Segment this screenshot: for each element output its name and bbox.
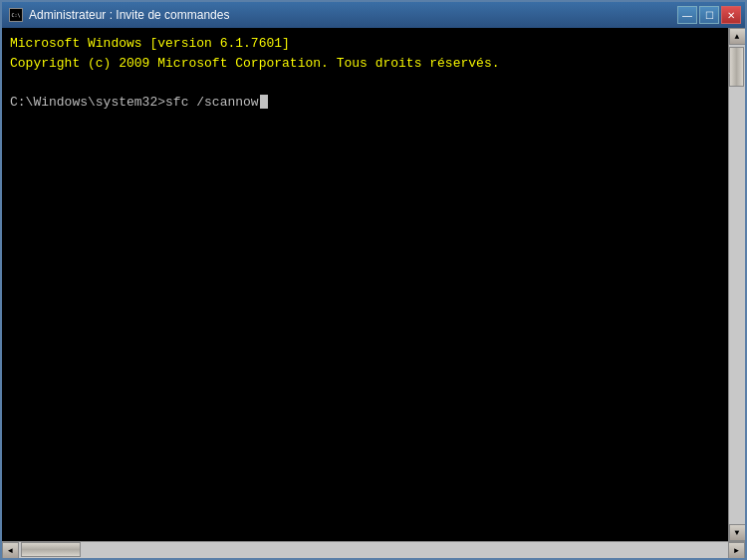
terminal-cursor [260,95,268,109]
window-frame: Administrateur : Invite de commandes — ☐… [0,0,747,560]
restore-button[interactable]: ☐ [699,6,719,24]
terminal-line-2: Copyright (c) 2009 Microsoft Corporation… [10,54,720,74]
terminal-prompt-line: C:\Windows\system32>sfc /scannow [10,93,720,113]
title-bar: Administrateur : Invite de commandes — ☐… [2,2,745,28]
terminal-container: Microsoft Windows [version 6.1.7601] Cop… [2,28,745,558]
close-button[interactable]: ✕ [721,6,741,24]
h-scrollbar-track[interactable] [19,542,728,558]
cmd-icon [9,8,23,22]
terminal-content[interactable]: Microsoft Windows [version 6.1.7601] Cop… [2,28,728,541]
terminal-line-1: Microsoft Windows [version 6.1.7601] [10,34,720,54]
scrollbar-thumb[interactable] [729,47,744,87]
terminal-line-blank [10,73,720,93]
title-bar-left: Administrateur : Invite de commandes [8,7,229,23]
minimize-button[interactable]: — [677,6,697,24]
horizontal-scrollbar[interactable]: ◄ ► [2,541,745,558]
vertical-scrollbar[interactable]: ▲ ▼ [728,28,745,541]
scrollbar-down-button[interactable]: ▼ [729,524,746,541]
scrollbar-up-button[interactable]: ▲ [729,28,746,45]
h-scrollbar-thumb[interactable] [21,542,81,557]
terminal-command: sfc /scannow [165,93,259,113]
scrollbar-right-button[interactable]: ► [728,542,745,559]
window-title: Administrateur : Invite de commandes [29,8,229,22]
terminal-inner: Microsoft Windows [version 6.1.7601] Cop… [2,28,745,541]
title-bar-controls: — ☐ ✕ [677,6,741,24]
scrollbar-left-button[interactable]: ◄ [2,542,19,559]
window-icon [8,7,24,23]
terminal-prompt: C:\Windows\system32> [10,93,165,113]
scrollbar-thumb-area[interactable] [729,45,745,524]
